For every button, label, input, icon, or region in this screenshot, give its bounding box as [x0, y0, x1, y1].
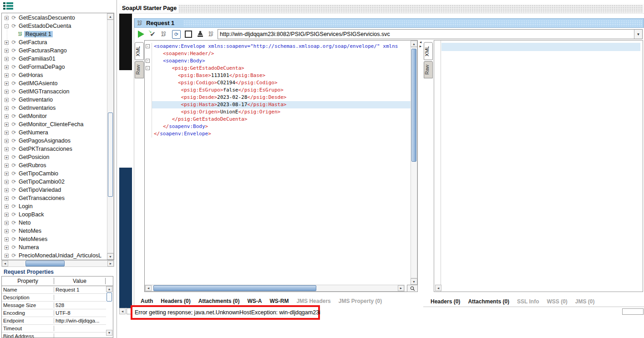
request-tab-headers-0[interactable]: Headers (0) [161, 298, 190, 304]
editor-hscrollbar-thumb[interactable] [153, 285, 316, 291]
tree-item-operation[interactable]: -⟳GetEstadoDeCuenta [2, 22, 107, 30]
tree-item-request[interactable]: SOAPRequest 1 [2, 30, 107, 38]
expand-toggle-icon[interactable]: + [5, 254, 9, 258]
expand-toggle-icon[interactable]: + [5, 147, 9, 151]
editor-tab-raw[interactable]: Raw [424, 61, 433, 78]
tree-hscrollbar-thumb[interactable] [25, 261, 65, 266]
endpoint-dropdown-icon[interactable]: ▼ [634, 30, 642, 39]
tree-item-operation[interactable]: +⟳GetInventario [2, 96, 107, 104]
expand-toggle-icon[interactable]: + [5, 73, 9, 77]
expand-toggle-icon[interactable]: + [5, 123, 9, 127]
editor-scrollbar-thumb[interactable] [411, 49, 416, 162]
request-xml-editor[interactable]: -<soapenv:Envelope xmlns:soapenv="http:/… [144, 40, 418, 292]
add-to-testcase-button[interactable]: SOAP [160, 30, 169, 39]
request-tab-attachments-0[interactable]: Attachments (0) [198, 298, 240, 304]
expand-toggle-icon[interactable]: + [5, 172, 9, 176]
request-window-titlebar[interactable]: SO AP Request 1 [134, 18, 644, 28]
tree-item-operation[interactable]: +⟳PrecioMonedaUnidad_ArticulosL [2, 251, 107, 260]
create-mock-response-button[interactable] [196, 30, 204, 39]
expand-toggle-icon[interactable]: + [5, 49, 9, 53]
request-tab-ws-rm[interactable]: WS-RM [269, 298, 289, 304]
expand-toggle-icon[interactable]: + [5, 65, 9, 69]
request-tab-jms-property-0[interactable]: JMS Property (0) [339, 298, 382, 304]
expand-toggle-icon[interactable]: + [5, 16, 9, 20]
expand-toggle-icon[interactable]: + [5, 82, 9, 86]
tree-item-operation[interactable]: +⟳LoopBack [2, 210, 107, 219]
expand-toggle-icon[interactable]: + [5, 106, 9, 110]
tree-vertical-scrollbar[interactable] [107, 20, 114, 253]
expand-toggle-icon[interactable]: + [5, 180, 9, 184]
resubmit-request-button[interactable]: ✔ ↘ [148, 30, 157, 39]
editor-vertical-scrollbar[interactable] [411, 47, 417, 278]
expand-toggle-icon[interactable]: + [5, 90, 9, 94]
property-row[interactable]: Description [2, 294, 106, 302]
editor-horizontal-scrollbar[interactable]: ◄ ► [145, 285, 405, 292]
property-row[interactable]: Endpointhttp://win-dljdqga... [2, 317, 106, 325]
tree-item-operation[interactable]: +⟳GetMonitor [2, 112, 107, 120]
request-tab-auth[interactable]: Auth [141, 298, 153, 304]
tree-item-operation[interactable]: +⟳GetPagosAsignados [2, 137, 107, 145]
endpoint-url-input[interactable] [218, 30, 634, 39]
expand-toggle-icon[interactable]: + [5, 205, 9, 209]
expand-toggle-icon[interactable]: + [5, 237, 9, 241]
response-tab-wss-0[interactable]: WSS (0) [547, 298, 568, 305]
editor-tab-xml[interactable]: XML [424, 42, 433, 60]
tree-item-operation[interactable]: +⟳GetFactura [2, 38, 107, 46]
tree-item-operation[interactable]: +⟳NetoMes [2, 227, 107, 235]
expand-toggle-icon[interactable]: + [5, 114, 9, 118]
tree-item-operation[interactable]: +⟳GetNumera [2, 128, 107, 137]
tree-item-operation[interactable]: +⟳GetInventarios [2, 104, 107, 112]
tree-item-operation[interactable]: +⟳Login [2, 202, 107, 210]
tree-item-operation[interactable]: +⟳NetoMeses [2, 235, 107, 243]
response-scroll-left-icon[interactable]: ◄ [435, 285, 441, 291]
tree-item-operation[interactable]: +⟳GetPosicion [2, 153, 107, 161]
expand-toggle-icon[interactable]: + [5, 98, 9, 102]
properties-scrollbar-thumb[interactable] [106, 292, 112, 302]
editor-scroll-up-icon[interactable]: ▲ [411, 41, 417, 47]
editor-scroll-down-icon[interactable]: ▼ [411, 278, 417, 285]
response-tab-attachments-0[interactable]: Attachments (0) [468, 298, 509, 305]
desktop-scroll-left-icon[interactable]: ◄ [119, 308, 126, 314]
expand-toggle-icon[interactable]: - [5, 24, 9, 28]
tree-horizontal-scrollbar[interactable]: ◄ ► [1, 260, 114, 267]
property-row[interactable]: Bind Address [2, 333, 106, 338]
tree-scroll-right-icon[interactable]: ► [107, 261, 114, 266]
tree-item-operation[interactable]: +⟳GetTipoCambio02 [2, 178, 107, 186]
property-row[interactable]: EncodingUTF-8 [2, 309, 106, 317]
property-row[interactable]: Message Size528 [2, 302, 106, 309]
fold-toggle-icon[interactable]: - [146, 44, 150, 48]
panel-splitter[interactable]: ◄ ► [418, 40, 423, 50]
expand-toggle-icon[interactable]: + [5, 246, 9, 250]
expand-toggle-icon[interactable]: + [5, 196, 9, 200]
tree-item-operation[interactable]: +⟳GetIMGAsiento [2, 79, 107, 87]
tree-scroll-left-icon[interactable]: ◄ [2, 261, 8, 266]
editor-tab-raw[interactable]: Raw [135, 61, 144, 78]
editor-scroll-right-icon[interactable]: ► [398, 285, 404, 291]
tree-item-operation[interactable]: +⟳GetFormaDePago [2, 63, 107, 71]
tree-item-operation[interactable]: +⟳GetHoras [2, 71, 107, 79]
expand-toggle-icon[interactable]: + [5, 188, 9, 192]
editor-scroll-left-icon[interactable]: ◄ [145, 285, 152, 291]
tree-scroll-up-icon[interactable]: ▲ [107, 13, 114, 20]
response-tab-ssl-info[interactable]: SSL Info [517, 298, 539, 305]
response-tab-headers-0[interactable]: Headers (0) [431, 298, 460, 305]
cancel-request-button[interactable] [184, 30, 193, 39]
tree-item-operation[interactable]: +⟳Numera [2, 243, 107, 251]
response-xml-editor[interactable]: ◄ [434, 40, 643, 292]
expand-toggle-icon[interactable]: + [5, 41, 9, 45]
tree-item-operation[interactable]: +⟳GetTipoCambio [2, 169, 107, 178]
tree-item-operation[interactable]: +⟳GetEscalasDescuento [2, 14, 107, 22]
sidebar-divider[interactable] [117, 0, 117, 338]
tree-item-operation[interactable]: +⟳GetTipoVariedad [2, 186, 107, 194]
expand-toggle-icon[interactable]: + [5, 221, 9, 225]
tree-item-operation[interactable]: +⟳GetRubros [2, 161, 107, 169]
tree-item-operation[interactable]: +⟳GetTransacciones [2, 194, 107, 202]
tree-scroll-down-icon[interactable]: ▼ [107, 253, 114, 260]
request-tab-ws-a[interactable]: WS-A [247, 298, 262, 304]
tree-item-operation[interactable]: +⟳Neto [2, 219, 107, 227]
expand-toggle-icon[interactable]: + [5, 213, 9, 217]
tree-item-operation[interactable]: +⟳GetMonitor_ClienteFecha [2, 120, 107, 128]
tree-scrollbar-thumb[interactable] [108, 113, 113, 197]
tree-item-operation[interactable]: +⟳GetIMGTransaccion [2, 87, 107, 96]
tree-item-operation[interactable]: +⟳GetFamilias01 [2, 55, 107, 63]
